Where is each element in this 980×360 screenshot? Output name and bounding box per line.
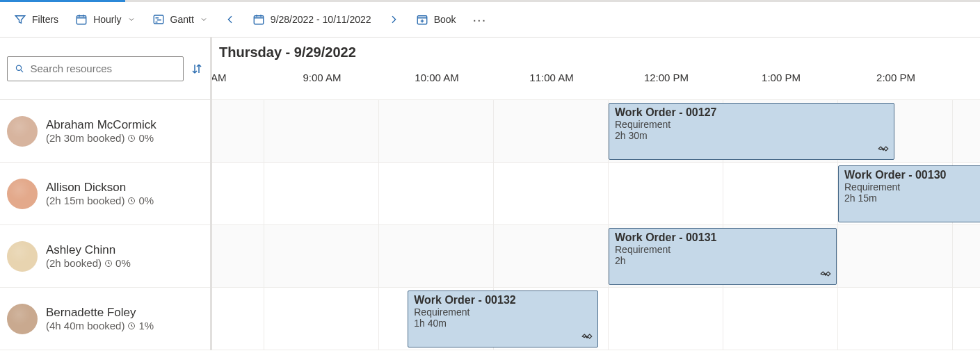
- book-icon: [416, 13, 428, 26]
- hour-label-text: 1:00 PM: [762, 72, 801, 83]
- resource-meta: (2h booked) 0%: [46, 257, 131, 269]
- chevron-down-icon: [200, 15, 208, 24]
- timeline-cell[interactable]: [212, 100, 264, 162]
- timeline-cell[interactable]: [264, 100, 379, 162]
- timeline-date-label: Thursday - 9/29/2022: [212, 44, 980, 60]
- timeline-cell[interactable]: [264, 225, 379, 287]
- booking-title: Work Order - 00132: [414, 294, 592, 306]
- booking-duration: 1h 40m: [414, 318, 592, 329]
- search-input[interactable]: [30, 63, 176, 74]
- hour-label-text: 12:00 PM: [644, 72, 689, 83]
- search-input-wrapper[interactable]: [7, 56, 184, 81]
- gantt-icon: [152, 13, 165, 26]
- date-range-label: 9/28/2022 - 10/11/2022: [271, 14, 371, 25]
- timeline-cell[interactable]: [838, 225, 953, 287]
- timeline-cell[interactable]: [264, 163, 379, 224]
- timeline-cell[interactable]: [723, 163, 838, 224]
- hour-label: 2:00 PM: [896, 72, 980, 83]
- timeline-cell[interactable]: [723, 288, 838, 350]
- booking-duration: 2h 30m: [615, 130, 888, 141]
- clock-icon: [127, 322, 136, 330]
- booking-block[interactable]: Work Order - 00132 Requirement 1h 40m: [408, 291, 598, 347]
- chevron-down-icon: [127, 15, 136, 24]
- resource-name: Ashley Chinn: [46, 243, 131, 257]
- hourly-dropdown[interactable]: Hourly: [75, 2, 135, 37]
- gantt-dropdown[interactable]: Gantt: [152, 2, 208, 37]
- avatar: [7, 304, 38, 334]
- resource-name: Abraham McCormick: [46, 118, 156, 132]
- timeline-header: Thursday - 9/29/2022 8:00 AM9:00 AM10:00…: [212, 38, 980, 100]
- filters-button[interactable]: Filters: [14, 2, 58, 37]
- timeline-cell[interactable]: [379, 100, 494, 162]
- book-label: Book: [434, 14, 456, 25]
- resource-name: Allison Dickson: [46, 181, 154, 195]
- timeline-cell[interactable]: [264, 288, 379, 350]
- more-actions-button[interactable]: ···: [473, 12, 487, 28]
- resource-row[interactable]: Ashley Chinn (2h booked) 0%: [0, 225, 210, 288]
- booking-title: Work Order - 00130: [844, 169, 980, 181]
- booking-block[interactable]: Work Order - 00127 Requirement 2h 30m: [609, 103, 894, 160]
- handshake-icon: [819, 268, 832, 280]
- prev-button[interactable]: [225, 14, 236, 25]
- hourly-label: Hourly: [93, 14, 121, 25]
- timeline-cell[interactable]: [379, 225, 494, 287]
- booking-subtitle: Requirement: [615, 244, 830, 255]
- booking-title: Work Order - 00127: [615, 106, 888, 119]
- calendar-icon: [75, 13, 88, 26]
- next-button[interactable]: [388, 14, 399, 25]
- svg-rect-2: [254, 16, 264, 24]
- schedule-timeline: Thursday - 9/29/2022 8:00 AM9:00 AM10:00…: [212, 38, 980, 350]
- timeline-cell[interactable]: [212, 288, 264, 350]
- timeline-cell[interactable]: [494, 163, 609, 224]
- timeline-cell[interactable]: [953, 288, 980, 350]
- avatar: [7, 116, 38, 147]
- resource-name: Bernadette Foley: [46, 306, 154, 320]
- filter-icon: [14, 13, 26, 26]
- avatar: [7, 241, 38, 272]
- resource-meta: (2h 15m booked) 0%: [46, 195, 154, 206]
- svg-rect-0: [77, 16, 86, 24]
- filters-label: Filters: [32, 14, 58, 25]
- timeline-cell[interactable]: [953, 225, 980, 287]
- booking-duration: 2h 15m: [844, 193, 980, 204]
- hour-label-text: 2:00 PM: [876, 72, 915, 83]
- resource-sidebar: Abraham McCormick (2h 30m booked) 0% All…: [0, 38, 212, 350]
- timeline-cell[interactable]: [953, 100, 980, 162]
- clock-icon: [127, 197, 136, 205]
- booking-subtitle: Requirement: [844, 181, 980, 193]
- hour-label-text: 10:00 AM: [415, 72, 458, 83]
- booking-block[interactable]: Work Order - 00130 Requirement 2h 15m: [838, 165, 980, 222]
- timeline-cell[interactable]: [379, 163, 494, 224]
- booking-subtitle: Requirement: [615, 119, 888, 130]
- resource-row[interactable]: Allison Dickson (2h 15m booked) 0%: [0, 163, 210, 225]
- avatar: [7, 179, 38, 209]
- search-icon: [15, 63, 24, 74]
- clock-icon: [104, 259, 113, 268]
- handshake-icon: [581, 330, 593, 343]
- resource-row[interactable]: Bernadette Foley (4h 40m booked) 1%: [0, 288, 210, 350]
- sort-button[interactable]: [191, 63, 203, 75]
- book-button[interactable]: Book: [416, 2, 456, 37]
- timeline-row[interactable]: [212, 225, 980, 288]
- hour-label-text: 8:00 AM: [212, 72, 227, 83]
- toolbar: Filters Hourly Gantt 9/28/2022 - 10/11/2…: [0, 0, 980, 38]
- resource-row[interactable]: Abraham McCormick (2h 30m booked) 0%: [0, 100, 210, 163]
- timeline-cell[interactable]: [838, 288, 953, 350]
- booking-block[interactable]: Work Order - 00131 Requirement 2h: [609, 228, 837, 285]
- timeline-cell[interactable]: [494, 100, 609, 162]
- calendar-range-icon: [252, 13, 265, 26]
- date-range-picker[interactable]: 9/28/2022 - 10/11/2022: [252, 2, 371, 37]
- timeline-cell[interactable]: [494, 225, 609, 287]
- handshake-icon: [877, 142, 890, 155]
- hour-label-text: 11:00 AM: [529, 72, 573, 83]
- gantt-label: Gantt: [170, 14, 194, 25]
- timeline-cell[interactable]: [609, 288, 723, 350]
- svg-point-4: [16, 65, 21, 70]
- timeline-cell[interactable]: [609, 163, 723, 224]
- timeline-cell[interactable]: [212, 225, 264, 287]
- booking-subtitle: Requirement: [414, 306, 592, 318]
- booking-duration: 2h: [615, 255, 830, 266]
- clock-icon: [127, 134, 136, 142]
- resource-meta: (2h 30m booked) 0%: [46, 132, 156, 144]
- timeline-cell[interactable]: [212, 163, 264, 224]
